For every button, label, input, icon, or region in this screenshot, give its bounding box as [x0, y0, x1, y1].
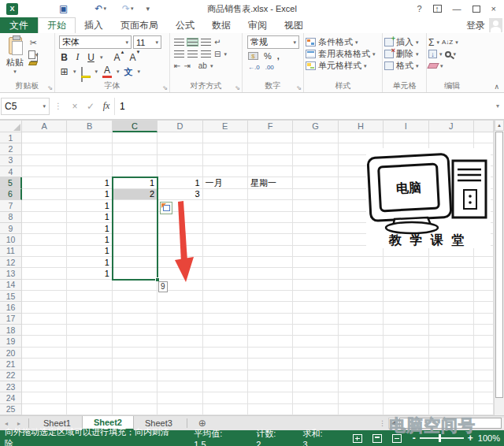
row-header-20[interactable]: 20: [0, 348, 22, 359]
row-header-19[interactable]: 19: [0, 336, 22, 347]
cell-A22[interactable]: [22, 370, 67, 381]
column-header-C[interactable]: C: [113, 120, 158, 132]
cell-E10[interactable]: [203, 234, 248, 245]
cell-C19[interactable]: [113, 336, 158, 347]
increase-indent-button[interactable]: ⇥: [183, 61, 190, 70]
ribbon-tab-公式[interactable]: 公式: [167, 17, 203, 33]
cell-partial-1[interactable]: [474, 132, 494, 143]
cell-H19[interactable]: [339, 336, 384, 347]
cell-H25[interactable]: [339, 404, 384, 415]
cell-D4[interactable]: [158, 166, 202, 177]
conditional-formatting-button[interactable]: 条件格式▾: [306, 37, 380, 47]
font-size-combobox[interactable]: 11 ▾: [133, 35, 161, 49]
avatar[interactable]: [489, 18, 502, 32]
column-header-E[interactable]: E: [203, 120, 248, 132]
cell-A24[interactable]: [22, 392, 67, 403]
cell-B17[interactable]: [67, 314, 112, 325]
shrink-font-button[interactable]: A▼: [129, 52, 140, 63]
cell-G5[interactable]: [293, 177, 338, 188]
find-select-icon[interactable]: [445, 51, 451, 58]
row-header-7[interactable]: 7: [0, 200, 22, 211]
row-header-22[interactable]: 22: [0, 370, 22, 381]
cell-H15[interactable]: [339, 291, 384, 302]
zoom-slider[interactable]: [420, 437, 464, 439]
cell-D18[interactable]: [158, 325, 202, 336]
cell-F6[interactable]: [248, 189, 293, 200]
cell-C25[interactable]: [113, 404, 158, 415]
cell-E17[interactable]: [203, 314, 248, 325]
cell-A2[interactable]: [22, 143, 67, 154]
cell-D20[interactable]: [158, 348, 202, 359]
comma-button[interactable]: ,: [277, 51, 280, 61]
cell-G16[interactable]: [293, 302, 338, 313]
row-header-10[interactable]: 10: [0, 234, 22, 245]
cell-C2[interactable]: [113, 143, 158, 154]
cell-F15[interactable]: [248, 291, 293, 302]
cell-I19[interactable]: [384, 336, 428, 347]
row-header-13[interactable]: 13: [0, 268, 22, 279]
cell-J17[interactable]: [429, 314, 474, 325]
cell-partial-23[interactable]: [474, 381, 494, 392]
format-painter-icon[interactable]: [28, 61, 39, 65]
italic-button[interactable]: I: [73, 51, 82, 63]
cell-G7[interactable]: [293, 200, 338, 211]
cell-A7[interactable]: [22, 200, 67, 211]
row-header-14[interactable]: 14: [0, 280, 22, 291]
cell-H13[interactable]: [339, 268, 384, 279]
underline-button[interactable]: U: [87, 52, 95, 63]
bottom-align-button[interactable]: [201, 39, 211, 46]
cell-G8[interactable]: [293, 212, 338, 223]
cell-partial-16[interactable]: [474, 302, 494, 313]
cell-J23[interactable]: [429, 381, 474, 392]
cell-A14[interactable]: [22, 280, 67, 291]
cell-F25[interactable]: [248, 404, 293, 415]
cell-partial-21[interactable]: [474, 359, 494, 370]
alignment-dialog-launcher-icon[interactable]: ⇘: [235, 84, 240, 91]
cell-E11[interactable]: [203, 246, 248, 257]
cell-E24[interactable]: [203, 392, 248, 403]
cell-C23[interactable]: [113, 381, 158, 392]
cell-A3[interactable]: [22, 155, 67, 166]
cell-H21[interactable]: [339, 359, 384, 370]
cell-E5[interactable]: 一月: [203, 177, 248, 188]
row-header-21[interactable]: 21: [0, 359, 22, 370]
ribbon-tab-审阅[interactable]: 审阅: [239, 17, 276, 33]
orientation-button[interactable]: ab: [198, 61, 207, 70]
cell-A15[interactable]: [22, 291, 67, 302]
cell-B6[interactable]: 1: [67, 189, 112, 200]
cell-J24[interactable]: [429, 392, 474, 403]
cell-G2[interactable]: [293, 143, 338, 154]
wrap-text-button[interactable]: ↵: [214, 38, 220, 46]
ribbon-display-options-icon[interactable]: ↑: [433, 5, 442, 13]
cell-I22[interactable]: [384, 370, 428, 381]
cell-I1[interactable]: [384, 132, 428, 143]
cell-H23[interactable]: [339, 381, 384, 392]
row-header-6[interactable]: 6: [0, 189, 22, 200]
font-color-button[interactable]: A: [102, 65, 112, 78]
cell-G17[interactable]: [293, 314, 338, 325]
cell-G13[interactable]: [293, 268, 338, 279]
cell-D5[interactable]: 1: [158, 177, 202, 188]
collapse-ribbon-icon[interactable]: ∧: [494, 83, 499, 91]
ribbon-tab-开始[interactable]: 开始: [38, 17, 76, 33]
cell-E21[interactable]: [203, 359, 248, 370]
cell-F16[interactable]: [248, 302, 293, 313]
cell-G21[interactable]: [293, 359, 338, 370]
cell-C15[interactable]: [113, 291, 158, 302]
cell-D2[interactable]: [158, 143, 202, 154]
font-name-combobox[interactable]: 宋体 ▾: [59, 35, 132, 49]
column-header-A[interactable]: A: [22, 120, 67, 132]
row-header-11[interactable]: 11: [0, 246, 22, 257]
cell-B12[interactable]: 1: [67, 257, 112, 268]
cell-partial-22[interactable]: [474, 370, 494, 381]
copy-icon[interactable]: ▾: [28, 50, 39, 59]
cell-G23[interactable]: [293, 381, 338, 392]
cell-F23[interactable]: [248, 381, 293, 392]
cell-E1[interactable]: [203, 132, 248, 143]
cell-B18[interactable]: [67, 325, 112, 336]
cell-C18[interactable]: [113, 325, 158, 336]
normal-view-icon[interactable]: [353, 434, 362, 443]
align-center-button[interactable]: [187, 50, 198, 58]
cell-F19[interactable]: [248, 336, 293, 347]
cell-A13[interactable]: [22, 268, 67, 279]
